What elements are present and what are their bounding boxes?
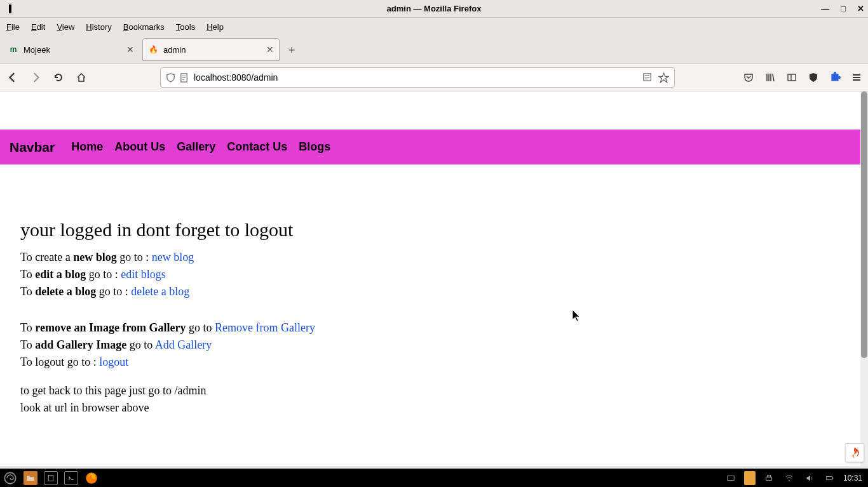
codeigniter-debug-badge[interactable] — [845, 443, 864, 462]
wifi-icon — [785, 474, 794, 483]
tab-close-icon[interactable]: ✕ — [266, 44, 274, 55]
back-button[interactable] — [5, 70, 20, 85]
line-hint-url: look at url in browser above — [20, 399, 848, 417]
flame-icon — [849, 447, 860, 458]
puzzle-icon — [829, 72, 841, 83]
link-edit-blogs[interactable]: edit blogs — [121, 268, 166, 281]
bookmark-star-icon[interactable] — [658, 72, 669, 83]
tray-disk-icon[interactable] — [724, 471, 738, 485]
forward-button[interactable] — [28, 70, 43, 85]
reader-mode-icon[interactable] — [642, 72, 652, 82]
terminal-button[interactable] — [64, 471, 78, 485]
svg-rect-10 — [766, 477, 772, 480]
tray-volume-icon[interactable] — [803, 471, 817, 485]
link-new-blog[interactable]: new blog — [152, 251, 194, 264]
svg-point-5 — [838, 76, 841, 79]
desktop-taskbar: 10:31 — [0, 469, 868, 487]
tab-label: admin — [163, 45, 186, 55]
line-new-blog: To create a new blog go to : new blog — [20, 249, 848, 266]
library-icon — [765, 72, 775, 83]
tray-printer-icon[interactable] — [762, 471, 776, 485]
nav-home[interactable]: Home — [71, 140, 103, 154]
page-content: your logged in dont forget to logout To … — [0, 164, 868, 436]
taskbar-clock[interactable]: 10:31 — [843, 474, 862, 483]
site-security-area[interactable] — [166, 73, 189, 83]
line-remove-gallery: To remove an Image from Gallery go to Re… — [20, 319, 848, 337]
nav-about-us[interactable]: About Us — [114, 140, 165, 154]
link-add-gallery[interactable]: Add Gallery — [155, 338, 212, 351]
menu-tools[interactable]: Tools — [176, 22, 195, 32]
svg-point-4 — [834, 72, 837, 75]
link-delete-blog[interactable]: delete a blog — [131, 285, 189, 298]
folder-icon — [26, 474, 35, 483]
sidebar-button[interactable] — [785, 71, 798, 84]
menu-file[interactable]: File — [6, 22, 20, 32]
url-bar[interactable] — [160, 67, 675, 88]
url-input[interactable] — [194, 72, 637, 83]
line-add-gallery: To add Gallery Image go to Add Gallery — [20, 337, 848, 354]
line-logout: To logout go to : logout — [20, 354, 848, 371]
new-tab-button[interactable]: ＋ — [282, 40, 301, 59]
tab-mojeek[interactable]: m Mojeek ✕ — [3, 38, 140, 61]
sidebar-icon — [787, 72, 797, 83]
tab-row: m Mojeek ✕ 🔥 admin ✕ ＋ — [0, 36, 868, 63]
pocket-icon — [743, 72, 754, 83]
nav-blogs[interactable]: Blogs — [299, 140, 330, 154]
menu-edit[interactable]: Edit — [31, 22, 45, 32]
arrow-left-icon — [7, 72, 18, 83]
line-edit-blog: To edit a blog go to : edit blogs — [20, 266, 848, 283]
printer-icon — [764, 474, 773, 483]
page-icon — [179, 73, 189, 83]
reload-button[interactable] — [51, 70, 66, 85]
speaker-icon — [805, 474, 814, 483]
hamburger-icon — [851, 72, 862, 83]
svg-rect-11 — [767, 475, 770, 477]
link-remove-gallery[interactable]: Remove from Gallery — [215, 321, 315, 334]
document-icon — [47, 474, 55, 482]
extensions-button[interactable] — [829, 71, 841, 84]
svg-rect-2 — [788, 74, 796, 81]
window-close-button[interactable]: ✕ — [857, 4, 864, 13]
line-delete-blog: To delete a blog go to : delete a blog — [20, 283, 848, 300]
library-button[interactable] — [764, 71, 776, 84]
nav-gallery[interactable]: Gallery — [177, 140, 215, 154]
vertical-scrollbar[interactable] — [860, 91, 868, 466]
tray-network-icon[interactable] — [782, 471, 796, 485]
window-minimize-button[interactable]: — — [821, 4, 829, 13]
file-manager-button[interactable] — [24, 471, 37, 485]
menu-bookmarks[interactable]: Bookmarks — [123, 22, 165, 32]
window-maximize-button[interactable]: □ — [841, 4, 846, 13]
privacy-shield-button[interactable] — [807, 71, 820, 84]
tray-battery-icon[interactable] — [823, 471, 837, 485]
firefox-button[interactable] — [85, 471, 98, 485]
menu-view[interactable]: View — [57, 22, 74, 32]
app-menu-button[interactable] — [850, 71, 863, 84]
disk-icon — [726, 474, 735, 483]
pocket-button[interactable] — [742, 71, 755, 84]
start-menu-button[interactable] — [3, 471, 17, 485]
home-icon — [76, 72, 86, 83]
terminal-icon — [67, 474, 75, 482]
scrollbar-thumb[interactable] — [861, 91, 867, 358]
tray-folder-icon[interactable] — [744, 471, 756, 485]
svg-rect-13 — [832, 477, 833, 479]
page-navbar: Navbar Home About Us Gallery Contact Us … — [0, 130, 868, 164]
window-title: admin — Mozilla Firefox — [387, 4, 482, 13]
home-button[interactable] — [74, 70, 89, 85]
page-heading: your logged in dont forget to logout — [20, 215, 848, 244]
link-logout[interactable]: logout — [99, 356, 128, 368]
battery-icon — [825, 474, 834, 483]
svg-rect-9 — [728, 476, 735, 480]
svg-rect-7 — [48, 475, 53, 481]
navbar-brand[interactable]: Navbar — [10, 140, 55, 155]
window-titlebar: admin — Mozilla Firefox — □ ✕ — [0, 0, 868, 18]
tab-close-icon[interactable]: ✕ — [126, 44, 134, 55]
menu-help[interactable]: Help — [207, 22, 224, 32]
nav-contact-us[interactable]: Contact Us — [227, 140, 287, 154]
text-editor-button[interactable] — [44, 471, 58, 485]
menu-history[interactable]: History — [86, 22, 111, 32]
tab-admin[interactable]: 🔥 admin ✕ — [142, 38, 280, 61]
swirl-icon — [4, 472, 17, 484]
tab-label: Mojeek — [24, 45, 50, 55]
page-viewport: Navbar Home About Us Gallery Contact Us … — [0, 91, 868, 466]
